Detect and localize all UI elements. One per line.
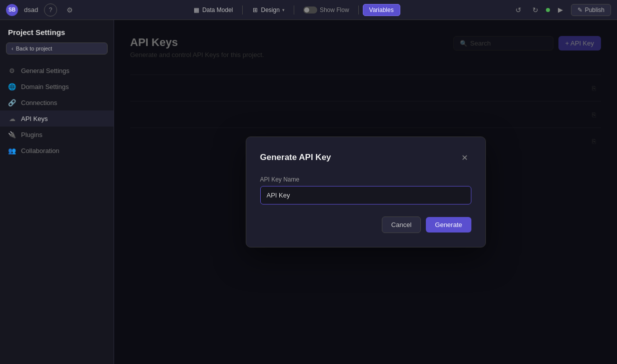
settings-button[interactable]: ⚙ <box>63 4 76 16</box>
api-key-name-label: API Key Name <box>260 176 471 183</box>
back-to-project-button[interactable]: ‹ Back to project <box>6 42 108 54</box>
username-label: dsad <box>24 6 38 14</box>
modal-title: Generate API Key <box>260 152 331 162</box>
domain-settings-icon: 🌐 <box>8 82 16 90</box>
generate-button[interactable]: Generate <box>426 217 471 232</box>
status-dot <box>546 8 550 12</box>
modal-footer: Cancel Generate <box>260 216 471 233</box>
publish-icon: ✎ <box>577 6 582 14</box>
avatar: SB <box>6 4 18 16</box>
show-flow-button[interactable]: Show Flow <box>298 4 354 16</box>
play-button[interactable]: ▶ <box>554 4 567 16</box>
data-model-icon: ▦ <box>193 6 200 14</box>
cancel-button[interactable]: Cancel <box>382 216 421 233</box>
topbar-center: ▦ Data Model ⊞ Design ▾ Show Flow Variab… <box>188 4 400 16</box>
toggle-thumb <box>304 8 309 12</box>
data-model-tab[interactable]: ▦ Data Model <box>188 4 238 16</box>
sidebar-item-connections[interactable]: 🔗 Connections <box>0 94 114 110</box>
topbar-right: ↺ ↻ ▶ ✎ Publish <box>512 4 611 16</box>
redo-button[interactable]: ↻ <box>529 4 542 16</box>
api-key-name-input[interactable] <box>260 186 471 204</box>
sidebar: Project Settings ‹ Back to project ⚙ Gen… <box>0 20 114 364</box>
topbar-divider <box>242 6 243 14</box>
sidebar-item-plugins[interactable]: 🔌 Plugins <box>0 126 114 142</box>
sidebar-item-domain[interactable]: 🌐 Domain Settings <box>0 78 114 94</box>
sidebar-item-collaboration[interactable]: 👥 Collaboration <box>0 142 114 158</box>
design-caret-icon: ▾ <box>282 8 285 12</box>
variables-button[interactable]: Variables <box>363 4 400 16</box>
publish-button[interactable]: ✎ Publish <box>571 4 611 16</box>
content-area: API Keys Generate and control API Keys f… <box>114 20 617 364</box>
help-button[interactable]: ? <box>44 4 57 16</box>
modal-overlay: Generate API Key ✕ API Key Name Cancel G… <box>114 20 617 364</box>
main-layout: Project Settings ‹ Back to project ⚙ Gen… <box>0 20 617 364</box>
chevron-left-icon: ‹ <box>12 46 14 52</box>
connections-icon: 🔗 <box>8 98 16 106</box>
design-tab[interactable]: ⊞ Design ▾ <box>247 4 290 16</box>
undo-button[interactable]: ↺ <box>512 4 525 16</box>
modal-close-button[interactable]: ✕ <box>458 151 471 164</box>
sidebar-item-general[interactable]: ⚙ General Settings <box>0 62 114 78</box>
topbar-divider2 <box>294 6 294 14</box>
sidebar-nav: ⚙ General Settings 🌐 Domain Settings 🔗 C… <box>0 62 114 158</box>
api-keys-icon: ☁ <box>8 114 16 122</box>
collaboration-icon: 👥 <box>8 146 16 154</box>
sidebar-title: Project Settings <box>0 28 114 42</box>
toggle-track <box>303 6 317 14</box>
design-icon: ⊞ <box>252 6 259 14</box>
plugins-icon: 🔌 <box>8 130 16 138</box>
topbar-divider3 <box>358 6 359 14</box>
general-settings-icon: ⚙ <box>8 66 16 74</box>
api-key-name-field: API Key Name <box>260 176 471 204</box>
sidebar-item-api-keys[interactable]: ☁ API Keys <box>0 110 114 126</box>
modal-header: Generate API Key ✕ <box>260 151 471 164</box>
generate-api-key-modal: Generate API Key ✕ API Key Name Cancel G… <box>246 136 486 248</box>
topbar: SB dsad ? ⚙ ▦ Data Model ⊞ Design ▾ Show… <box>0 0 617 20</box>
